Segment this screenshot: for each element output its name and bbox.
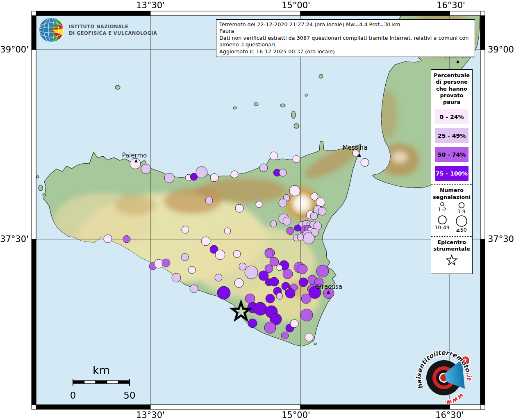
axis-label-top: 15°00' xyxy=(282,0,310,10)
event-effect: Paura xyxy=(219,28,472,34)
felt-report-point xyxy=(294,225,301,231)
felt-report-point xyxy=(215,250,225,260)
legend-size-item: ≥50 xyxy=(452,215,471,233)
map-canvas: PalermoMessinaCatanzaroSiracusa ? haisen… xyxy=(0,0,514,420)
legend-swatch: 0 - 24% xyxy=(435,109,469,124)
island-egadi xyxy=(39,185,43,191)
legend-epicenter-title: Epicentro strumentale xyxy=(432,239,471,253)
felt-report-point xyxy=(188,266,196,274)
legend-swatch: 50 - 74% xyxy=(435,147,469,162)
island-ustica xyxy=(115,85,120,89)
event-info-box: Terremoto del 22-12-2020 21:27:24 (ora l… xyxy=(216,19,475,57)
island-capo-passero xyxy=(314,343,316,345)
ingv-logo-block: ISTITUTO NAZIONALE DI GEOFISICA E VULCAN… xyxy=(39,17,157,43)
felt-report-point xyxy=(361,158,369,167)
felt-report-point xyxy=(266,294,275,303)
felt-report-point xyxy=(162,259,170,267)
felt-report-point xyxy=(279,169,287,176)
island-salina xyxy=(280,104,285,107)
axis-label-right: 39°00' xyxy=(488,45,514,55)
event-title: Terremoto del 22-12-2020 21:27:24 (ora l… xyxy=(219,21,472,28)
legend-size-item: 1-2 xyxy=(432,201,452,215)
felt-report-point xyxy=(254,302,267,315)
ingv-org-name: ISTITUTO NAZIONALE DI GEOFISICA E VULCAN… xyxy=(69,23,157,37)
felt-report-point xyxy=(245,266,258,279)
felt-report-point xyxy=(279,199,287,207)
felt-report-point xyxy=(205,197,213,204)
felt-report-point xyxy=(182,226,189,233)
felt-report-point xyxy=(215,274,222,281)
scalebar-end: 50 xyxy=(123,390,135,401)
felt-report-point xyxy=(248,319,257,328)
felt-report-point xyxy=(318,207,326,215)
ingv-globe-icon xyxy=(39,17,64,43)
axis-label-bottom: 15°00' xyxy=(282,410,310,420)
island-filicudi xyxy=(254,103,258,106)
scalebar-unit: km xyxy=(93,364,110,377)
felt-report-point xyxy=(270,221,277,227)
felt-report-point xyxy=(283,217,291,225)
legend: Percentuale di persone che hanno provato… xyxy=(431,69,473,274)
felt-report-point xyxy=(141,164,151,174)
felt-report-point xyxy=(224,228,231,234)
felt-report-point xyxy=(164,173,174,183)
felt-report-point xyxy=(301,294,311,304)
felt-report-point xyxy=(311,193,318,200)
felt-report-point xyxy=(270,152,278,160)
felt-report-point xyxy=(298,264,307,274)
felt-report-point xyxy=(316,265,329,277)
felt-report-point xyxy=(234,278,243,288)
legend-color-classes: 0 - 24%25 - 49%50 - 74%75 - 100% xyxy=(432,109,471,181)
felt-report-point xyxy=(287,227,294,235)
felt-report-point xyxy=(233,250,241,258)
felt-report-point xyxy=(239,263,246,270)
scalebar-start: 0 xyxy=(70,390,76,401)
island-egadi xyxy=(36,176,39,178)
felt-report-point xyxy=(281,332,289,339)
axis-label-bottom: 13°30' xyxy=(136,410,165,420)
felt-report-point xyxy=(290,320,298,328)
felt-report-point xyxy=(231,171,238,178)
legend-count-title: Numero segnalazioni xyxy=(432,187,471,201)
felt-report-point xyxy=(235,204,243,212)
island-alicudi xyxy=(233,107,237,109)
felt-report-point xyxy=(196,167,207,178)
felt-report-point xyxy=(283,269,293,279)
felt-report-point xyxy=(130,158,141,169)
felt-report-point xyxy=(259,164,268,172)
felt-report-point xyxy=(123,235,130,243)
legend-pct-title: Percentuale di persone che hanno provato… xyxy=(432,72,471,105)
felt-report-point xyxy=(201,237,210,246)
felt-report-point xyxy=(270,277,279,286)
city-label: Siracusa xyxy=(316,283,342,290)
felt-report-point xyxy=(264,322,276,333)
island-stromboli xyxy=(319,74,323,78)
legend-swatch: 75 - 100% xyxy=(435,166,469,181)
felt-report-point xyxy=(299,278,308,287)
axis-label-bottom: 16°30' xyxy=(435,410,464,420)
island-lipari xyxy=(291,111,296,119)
felt-report-point xyxy=(245,294,255,304)
axis-label-top: 13°30' xyxy=(136,0,165,10)
felt-report-point xyxy=(276,293,283,299)
felt-report-point xyxy=(293,155,300,163)
felt-report-point xyxy=(190,285,198,293)
event-data-note: Dati non verificati estratti da 3087 que… xyxy=(219,35,472,48)
felt-report-point xyxy=(181,253,189,261)
axis-label-left: 37°30' xyxy=(0,234,29,244)
felt-report-point xyxy=(256,201,262,208)
felt-report-point xyxy=(265,250,273,258)
felt-report-point xyxy=(217,286,230,299)
felt-report-point xyxy=(210,173,218,182)
felt-report-point xyxy=(172,273,181,282)
island-panarea xyxy=(305,94,307,96)
island-egadi xyxy=(43,194,46,196)
axis-label-left: 39°00' xyxy=(0,45,29,55)
epicenter-star-icon xyxy=(443,252,461,269)
axis-label-right: 37°30' xyxy=(488,234,514,244)
felt-report-point xyxy=(285,288,295,298)
felt-report-point xyxy=(303,233,314,244)
felt-report-point xyxy=(104,235,112,243)
city-label: Palermo xyxy=(122,152,147,159)
city-label: Messina xyxy=(343,144,368,151)
